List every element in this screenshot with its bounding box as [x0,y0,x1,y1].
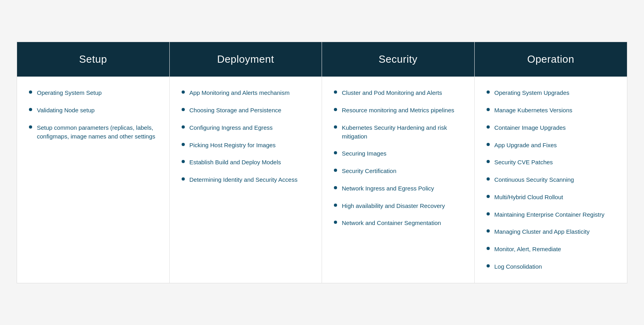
item-text: Network and Container Segmentation [342,219,465,227]
bullet-icon [487,108,490,111]
item-text: Operating System Upgrades [494,88,618,97]
bullet-icon [29,90,32,94]
item-text: Monitor, Alert, Remediate [494,245,618,254]
list-item: Continuous Security Scanning [487,175,618,184]
item-text: Multi/Hybrid Cloud Rollout [494,193,618,202]
column-deployment: DeploymentApp Monitoring and Alerts mech… [170,42,322,283]
list-item: App Upgrade and Fixes [487,141,618,150]
list-item: Setup common parameters (replicas, label… [29,123,160,141]
column-operation: OperationOperating System UpgradesManage… [475,42,627,283]
column-header-security: Security [322,42,474,77]
item-text: Choosing Storage and Persistence [190,106,312,115]
list-item: App Monitoring and Alerts mechanism [182,88,312,97]
list-item: Kubernetes Security Hardening and risk m… [334,123,465,141]
bullet-icon [487,195,490,198]
item-text: Validating Node setup [37,106,160,115]
bullet-icon [487,247,490,250]
list-item: Picking Host Registry for Images [182,141,312,150]
list-item: Securing Images [334,149,465,158]
bullet-icon [334,204,337,207]
item-text: Manage Kubernetes Versions [494,106,618,115]
bullet-icon [182,90,185,94]
item-text: Continuous Security Scanning [494,175,618,184]
list-item: Manage Kubernetes Versions [487,106,618,115]
item-text: Managing Cluster and App Elasticity [494,227,618,236]
item-text: High availability and Disaster Recovery [342,202,465,210]
bullet-icon [487,160,490,163]
item-text: Network Ingress and Egress Policy [342,184,465,193]
column-setup: SetupOperating System SetupValidating No… [17,42,170,283]
bullet-icon [487,125,490,129]
bullet-icon [182,108,185,111]
item-text: Establish Build and Deploy Models [190,158,312,167]
item-list-setup: Operating System SetupValidating Node se… [29,88,160,140]
bullet-icon [487,229,490,233]
item-text: Resource monitoring and Metrics pipeline… [342,106,465,115]
item-text: Container Image Upgrades [494,123,618,132]
list-item: Cluster and Pod Monitoring and Alerts [334,88,465,97]
list-item: Container Image Upgrades [487,123,618,132]
item-text: Setup common parameters (replicas, label… [37,123,160,141]
column-security: SecurityCluster and Pod Monitoring and A… [322,42,475,283]
list-item: Log Consolidation [487,262,618,271]
bullet-icon [487,177,490,181]
main-container: SetupOperating System SetupValidating No… [17,42,627,283]
bullet-icon [487,264,490,267]
list-item: High availability and Disaster Recovery [334,202,465,210]
item-text: Operating System Setup [37,88,160,97]
list-item: Network and Container Segmentation [334,219,465,227]
item-list-operation: Operating System UpgradesManage Kubernet… [487,88,618,271]
item-text: Log Consolidation [494,262,618,271]
list-item: Multi/Hybrid Cloud Rollout [487,193,618,202]
item-text: Determining Identity and Security Access [190,175,312,184]
item-text: Security Certification [342,167,465,175]
bullet-icon [182,160,185,163]
column-header-setup: Setup [17,42,169,77]
list-item: Establish Build and Deploy Models [182,158,312,167]
bullet-icon [182,125,185,129]
list-item: Security Certification [334,167,465,175]
column-body-setup: Operating System SetupValidating Node se… [17,77,169,283]
bullet-icon [334,186,337,189]
item-text: Kubernetes Security Hardening and risk m… [342,123,465,141]
bullet-icon [182,143,185,146]
list-item: Choosing Storage and Persistence [182,106,312,115]
list-item: Network Ingress and Egress Policy [334,184,465,193]
bullet-icon [334,151,337,154]
bullet-icon [334,108,337,111]
bullet-icon [334,169,337,172]
bullet-icon [487,143,490,146]
item-text: Maintaining Enterprise Container Registr… [494,210,618,219]
list-item: Determining Identity and Security Access [182,175,312,184]
bullet-icon [487,212,490,215]
item-list-security: Cluster and Pod Monitoring and AlertsRes… [334,88,465,227]
item-text: Picking Host Registry for Images [190,141,312,150]
column-header-operation: Operation [475,42,627,77]
list-item: Operating System Setup [29,88,160,97]
bullet-icon [334,125,337,129]
column-header-deployment: Deployment [170,42,322,77]
column-body-operation: Operating System UpgradesManage Kubernet… [475,77,627,283]
list-item: Maintaining Enterprise Container Registr… [487,210,618,219]
item-text: Securing Images [342,149,465,158]
bullet-icon [29,108,32,111]
column-body-deployment: App Monitoring and Alerts mechanismChoos… [170,77,322,283]
item-text: App Monitoring and Alerts mechanism [190,88,312,97]
bullet-icon [182,177,185,181]
bullet-icon [29,125,32,129]
list-item: Managing Cluster and App Elasticity [487,227,618,236]
item-text: Security CVE Patches [494,158,618,167]
bullet-icon [487,90,490,94]
list-item: Resource monitoring and Metrics pipeline… [334,106,465,115]
list-item: Monitor, Alert, Remediate [487,245,618,254]
column-body-security: Cluster and Pod Monitoring and AlertsRes… [322,77,474,283]
list-item: Operating System Upgrades [487,88,618,97]
bullet-icon [334,90,337,94]
item-list-deployment: App Monitoring and Alerts mechanismChoos… [182,88,312,184]
item-text: App Upgrade and Fixes [494,141,618,150]
item-text: Cluster and Pod Monitoring and Alerts [342,88,465,97]
list-item: Configuring Ingress and Egress [182,123,312,132]
list-item: Validating Node setup [29,106,160,115]
item-text: Configuring Ingress and Egress [190,123,312,132]
list-item: Security CVE Patches [487,158,618,167]
